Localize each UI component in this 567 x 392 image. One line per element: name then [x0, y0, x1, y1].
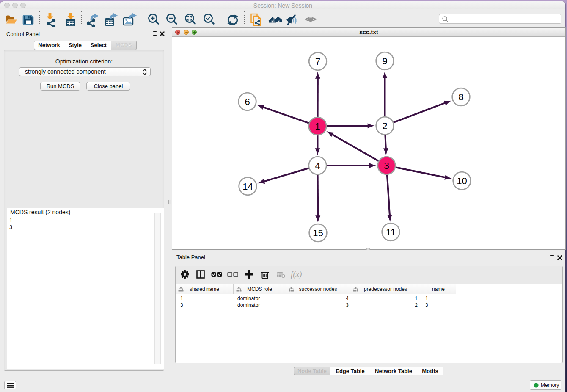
svg-text:14: 14 — [242, 181, 253, 192]
svg-text:9: 9 — [382, 56, 387, 66]
svg-text:6: 6 — [245, 97, 250, 107]
svg-text:1: 1 — [315, 121, 320, 132]
svg-text:15: 15 — [313, 228, 323, 238]
svg-text:11: 11 — [386, 227, 396, 237]
svg-text:2: 2 — [382, 121, 387, 131]
svg-text:8: 8 — [458, 92, 463, 102]
svg-text:3: 3 — [384, 160, 389, 171]
svg-text:10: 10 — [457, 176, 467, 186]
svg-text:7: 7 — [315, 56, 320, 67]
svg-text:4: 4 — [315, 160, 320, 171]
